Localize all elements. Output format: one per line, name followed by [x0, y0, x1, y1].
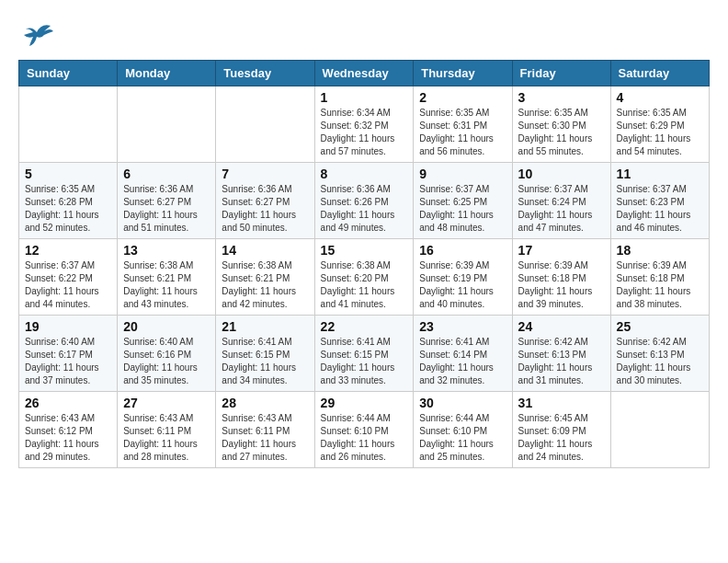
day-info: Sunrise: 6:35 AM Sunset: 6:30 PM Dayligh… [518, 107, 605, 158]
day-info: Sunrise: 6:41 AM Sunset: 6:15 PM Dayligh… [222, 336, 308, 387]
calendar-week-1: 1Sunrise: 6:34 AM Sunset: 6:32 PM Daylig… [19, 86, 710, 163]
day-number: 1 [321, 90, 408, 105]
calendar-cell: 25Sunrise: 6:42 AM Sunset: 6:13 PM Dayli… [610, 316, 709, 392]
day-info: Sunrise: 6:37 AM Sunset: 6:24 PM Dayligh… [518, 183, 605, 235]
day-number: 5 [25, 167, 111, 181]
day-number: 2 [419, 90, 506, 105]
day-number: 3 [518, 90, 605, 105]
day-info: Sunrise: 6:36 AM Sunset: 6:26 PM Dayligh… [321, 183, 408, 235]
calendar-cell: 21Sunrise: 6:41 AM Sunset: 6:15 PM Dayli… [216, 316, 314, 392]
day-info: Sunrise: 6:43 AM Sunset: 6:11 PM Dayligh… [123, 412, 210, 464]
day-info: Sunrise: 6:37 AM Sunset: 6:22 PM Dayligh… [25, 259, 111, 311]
calendar-cell: 8Sunrise: 6:36 AM Sunset: 6:26 PM Daylig… [314, 163, 414, 239]
calendar-cell: 1Sunrise: 6:34 AM Sunset: 6:32 PM Daylig… [314, 86, 414, 163]
calendar-cell: 24Sunrise: 6:42 AM Sunset: 6:13 PM Dayli… [512, 316, 610, 392]
day-number: 30 [419, 396, 506, 410]
calendar-cell: 19Sunrise: 6:40 AM Sunset: 6:17 PM Dayli… [19, 316, 118, 392]
day-info: Sunrise: 6:42 AM Sunset: 6:13 PM Dayligh… [617, 336, 703, 387]
calendar-cell: 17Sunrise: 6:39 AM Sunset: 6:18 PM Dayli… [512, 239, 610, 316]
day-info: Sunrise: 6:35 AM Sunset: 6:31 PM Dayligh… [419, 107, 506, 158]
calendar-cell: 31Sunrise: 6:45 AM Sunset: 6:09 PM Dayli… [512, 392, 610, 468]
day-number: 4 [617, 90, 703, 105]
day-number: 14 [222, 243, 308, 258]
day-number: 11 [617, 167, 703, 181]
calendar-cell: 9Sunrise: 6:37 AM Sunset: 6:25 PM Daylig… [414, 163, 512, 239]
column-header-saturday: Saturday [610, 61, 709, 86]
logo [18, 18, 61, 51]
calendar-cell [118, 86, 216, 163]
day-info: Sunrise: 6:39 AM Sunset: 6:19 PM Dayligh… [419, 259, 506, 311]
day-info: Sunrise: 6:43 AM Sunset: 6:12 PM Dayligh… [25, 412, 111, 464]
calendar-cell: 23Sunrise: 6:41 AM Sunset: 6:14 PM Dayli… [414, 316, 512, 392]
calendar-week-4: 19Sunrise: 6:40 AM Sunset: 6:17 PM Dayli… [19, 316, 710, 392]
day-number: 26 [25, 396, 111, 410]
day-number: 9 [419, 167, 506, 181]
calendar-week-2: 5Sunrise: 6:35 AM Sunset: 6:28 PM Daylig… [19, 163, 710, 239]
calendar-cell: 2Sunrise: 6:35 AM Sunset: 6:31 PM Daylig… [414, 86, 512, 163]
page-header [18, 18, 710, 51]
calendar-week-3: 12Sunrise: 6:37 AM Sunset: 6:22 PM Dayli… [19, 239, 710, 316]
calendar-cell: 3Sunrise: 6:35 AM Sunset: 6:30 PM Daylig… [512, 86, 610, 163]
column-header-sunday: Sunday [19, 61, 118, 86]
column-header-tuesday: Tuesday [216, 61, 314, 86]
day-info: Sunrise: 6:45 AM Sunset: 6:09 PM Dayligh… [518, 412, 605, 464]
day-number: 7 [222, 167, 308, 181]
calendar-cell [610, 392, 709, 468]
calendar-week-5: 26Sunrise: 6:43 AM Sunset: 6:12 PM Dayli… [19, 392, 710, 468]
calendar-cell: 12Sunrise: 6:37 AM Sunset: 6:22 PM Dayli… [19, 239, 118, 316]
day-number: 10 [518, 167, 605, 181]
day-number: 24 [518, 319, 605, 334]
day-number: 20 [123, 319, 210, 334]
day-number: 8 [321, 167, 408, 181]
day-number: 6 [123, 167, 210, 181]
day-info: Sunrise: 6:36 AM Sunset: 6:27 PM Dayligh… [123, 183, 210, 235]
day-info: Sunrise: 6:37 AM Sunset: 6:23 PM Dayligh… [617, 183, 703, 235]
day-number: 28 [222, 396, 308, 410]
calendar-cell: 4Sunrise: 6:35 AM Sunset: 6:29 PM Daylig… [610, 86, 709, 163]
day-info: Sunrise: 6:44 AM Sunset: 6:10 PM Dayligh… [321, 412, 408, 464]
day-number: 21 [222, 319, 308, 334]
day-number: 29 [321, 396, 408, 410]
day-info: Sunrise: 6:41 AM Sunset: 6:15 PM Dayligh… [321, 336, 408, 387]
calendar-cell: 27Sunrise: 6:43 AM Sunset: 6:11 PM Dayli… [118, 392, 216, 468]
day-info: Sunrise: 6:41 AM Sunset: 6:14 PM Dayligh… [419, 336, 506, 387]
calendar-cell: 20Sunrise: 6:40 AM Sunset: 6:16 PM Dayli… [118, 316, 216, 392]
calendar-cell: 6Sunrise: 6:36 AM Sunset: 6:27 PM Daylig… [118, 163, 216, 239]
calendar-cell: 22Sunrise: 6:41 AM Sunset: 6:15 PM Dayli… [314, 316, 414, 392]
calendar-cell [216, 86, 314, 163]
calendar-table: SundayMondayTuesdayWednesdayThursdayFrid… [18, 60, 710, 468]
bird-icon [18, 18, 55, 51]
calendar-header-row: SundayMondayTuesdayWednesdayThursdayFrid… [19, 61, 710, 86]
column-header-friday: Friday [512, 61, 610, 86]
day-number: 12 [25, 243, 111, 258]
day-number: 19 [25, 319, 111, 334]
day-number: 25 [617, 319, 703, 334]
day-number: 18 [617, 243, 703, 258]
day-info: Sunrise: 6:35 AM Sunset: 6:29 PM Dayligh… [617, 107, 703, 158]
day-info: Sunrise: 6:40 AM Sunset: 6:16 PM Dayligh… [123, 336, 210, 387]
day-info: Sunrise: 6:42 AM Sunset: 6:13 PM Dayligh… [518, 336, 605, 387]
day-info: Sunrise: 6:39 AM Sunset: 6:18 PM Dayligh… [617, 259, 703, 311]
day-number: 27 [123, 396, 210, 410]
calendar-cell: 16Sunrise: 6:39 AM Sunset: 6:19 PM Dayli… [414, 239, 512, 316]
column-header-wednesday: Wednesday [314, 61, 414, 86]
day-info: Sunrise: 6:35 AM Sunset: 6:28 PM Dayligh… [25, 183, 111, 235]
day-info: Sunrise: 6:34 AM Sunset: 6:32 PM Dayligh… [321, 107, 408, 158]
day-info: Sunrise: 6:40 AM Sunset: 6:17 PM Dayligh… [25, 336, 111, 387]
day-info: Sunrise: 6:39 AM Sunset: 6:18 PM Dayligh… [518, 259, 605, 311]
day-number: 13 [123, 243, 210, 258]
day-info: Sunrise: 6:38 AM Sunset: 6:21 PM Dayligh… [222, 259, 308, 311]
calendar-cell: 29Sunrise: 6:44 AM Sunset: 6:10 PM Dayli… [314, 392, 414, 468]
day-info: Sunrise: 6:38 AM Sunset: 6:21 PM Dayligh… [123, 259, 210, 311]
calendar-cell: 5Sunrise: 6:35 AM Sunset: 6:28 PM Daylig… [19, 163, 118, 239]
day-number: 16 [419, 243, 506, 258]
calendar-cell: 10Sunrise: 6:37 AM Sunset: 6:24 PM Dayli… [512, 163, 610, 239]
day-number: 31 [518, 396, 605, 410]
day-number: 15 [321, 243, 408, 258]
day-info: Sunrise: 6:37 AM Sunset: 6:25 PM Dayligh… [419, 183, 506, 235]
calendar-cell: 28Sunrise: 6:43 AM Sunset: 6:11 PM Dayli… [216, 392, 314, 468]
calendar-cell: 11Sunrise: 6:37 AM Sunset: 6:23 PM Dayli… [610, 163, 709, 239]
day-info: Sunrise: 6:44 AM Sunset: 6:10 PM Dayligh… [419, 412, 506, 464]
calendar-cell: 26Sunrise: 6:43 AM Sunset: 6:12 PM Dayli… [19, 392, 118, 468]
day-info: Sunrise: 6:43 AM Sunset: 6:11 PM Dayligh… [222, 412, 308, 464]
